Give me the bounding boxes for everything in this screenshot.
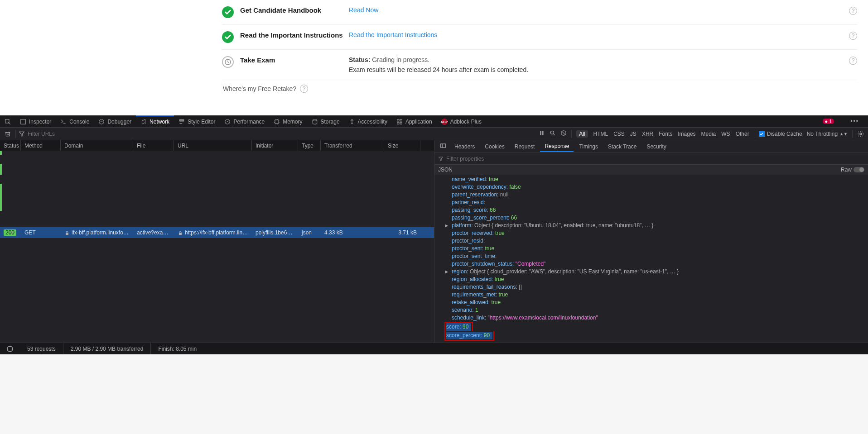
svg-rect-12 <box>400 122 402 124</box>
tab-performance[interactable]: Performance <box>220 115 269 127</box>
tab-network[interactable]: Network <box>136 115 174 127</box>
json-line-score[interactable]: score: 90 <box>445 322 868 331</box>
json-line-passing_score_percent[interactable]: passing_score_percent: 66 <box>445 214 868 222</box>
json-line-requirements_met[interactable]: requirements_met: true <box>445 291 868 299</box>
json-line-proctor_sent_time[interactable]: proctor_sent_time: <box>445 253 868 260</box>
tab-storage[interactable]: Storage <box>307 115 344 127</box>
resp-tab-headers[interactable]: Headers <box>450 142 479 152</box>
json-line-proctor_sent[interactable]: proctor_sent: true <box>445 245 868 253</box>
col-url[interactable]: URL <box>174 140 252 151</box>
tab-adblock-plus[interactable]: ABPAdblock Plus <box>437 115 486 127</box>
json-line-schedule_link[interactable]: schedule_link: "https://www.examslocal.c… <box>445 314 868 322</box>
json-line-proctor_received[interactable]: proctor_received: true <box>445 229 868 237</box>
disable-cache-checkbox[interactable]: Disable Cache <box>759 131 802 137</box>
help-icon[interactable]: ? <box>849 57 857 65</box>
resp-tab-cookies[interactable]: Cookies <box>480 142 509 152</box>
filter-type-all[interactable]: All <box>576 130 588 138</box>
json-line-parent_reservation[interactable]: parent_reservation: null <box>445 191 868 199</box>
resp-tab-timings[interactable]: Timings <box>574 142 603 152</box>
json-line-proctor_shutdown_status[interactable]: proctor_shutdown_status: "Completed" <box>445 260 868 268</box>
read-instructions-link[interactable]: Read the Important Instructions <box>349 31 437 38</box>
resp-tab-security[interactable]: Security <box>642 142 670 152</box>
svg-marker-31 <box>439 157 443 161</box>
pick-element-icon[interactable] <box>0 115 15 127</box>
error-badge[interactable]: ● 1 <box>823 119 834 124</box>
svg-rect-6 <box>275 120 279 124</box>
read-now-link[interactable]: Read Now <box>349 6 378 14</box>
table-header: Status Method Domain File URL Initiator … <box>0 140 434 151</box>
tab-style-editor[interactable]: Style Editor <box>174 115 220 127</box>
filter-type-other[interactable]: Other <box>736 131 749 137</box>
svg-rect-2 <box>21 119 26 124</box>
json-line-retake_allowed[interactable]: retake_allowed: true <box>445 299 868 306</box>
block-icon[interactable] <box>560 130 567 138</box>
tab-console[interactable]: Console <box>56 115 94 127</box>
filter-properties <box>434 153 868 165</box>
checklist-row-instructions: Read the Important Instructions Read the… <box>222 25 857 50</box>
svg-rect-28 <box>179 233 182 235</box>
json-line-proctor_resid[interactable]: proctor_resid: <box>445 237 868 245</box>
tab-inspector[interactable]: Inspector <box>15 115 56 127</box>
row-body: Status: Grading in progress. Exam result… <box>349 56 528 73</box>
throttling-select[interactable]: No Throttling ▲▼ <box>807 131 848 137</box>
help-icon[interactable]: ? <box>849 7 857 15</box>
json-line-name_verified[interactable]: name_verified: true <box>445 176 868 183</box>
json-line-partner_resid[interactable]: partner_resid: <box>445 199 868 206</box>
json-line-scenario[interactable]: scenario: 1 <box>445 306 868 314</box>
filter-type-ws[interactable]: WS <box>721 131 730 137</box>
col-transferred[interactable]: Transferred <box>321 140 384 151</box>
more-icon[interactable]: ••• <box>850 118 859 124</box>
json-tree[interactable]: is_free_retake: falselast_update_time: "… <box>434 175 868 343</box>
filter-properties-input[interactable] <box>446 156 514 162</box>
clear-icon[interactable] <box>0 131 15 137</box>
help-icon[interactable]: ? <box>300 85 308 93</box>
resp-tab-stack-trace[interactable]: Stack Trace <box>603 142 641 152</box>
gear-icon[interactable] <box>857 130 864 138</box>
col-method[interactable]: Method <box>21 140 61 151</box>
raw-toggle[interactable]: Raw <box>841 167 864 173</box>
filter-urls-input[interactable] <box>28 131 109 137</box>
filter-type-xhr[interactable]: XHR <box>642 131 653 137</box>
svg-rect-20 <box>540 131 541 135</box>
filter-type-media[interactable]: Media <box>701 131 716 137</box>
col-file[interactable]: File <box>133 140 174 151</box>
json-line-requirements_fail_reasons[interactable]: requirements_fail_reasons: [] <box>445 283 868 291</box>
json-line-platform[interactable]: ▸platform: Object { description: "Ubuntu… <box>445 222 868 229</box>
json-line-region[interactable]: ▸region: Object { cloud_provider: "AWS",… <box>445 268 868 276</box>
col-initiator[interactable]: Initiator <box>252 140 298 151</box>
resp-tab-request[interactable]: Request <box>510 142 540 152</box>
devtools-filterbar: AllHTMLCSSJSXHRFontsImagesMediaWSOther D… <box>0 128 868 140</box>
json-line-overwrite_dependency[interactable]: overwrite_dependency: false <box>445 183 868 191</box>
col-status[interactable]: Status <box>0 140 21 151</box>
toggle-panel-icon[interactable] <box>437 141 449 152</box>
json-line-score_percent[interactable]: score_percent: 90 <box>445 331 868 341</box>
spinner-icon <box>6 345 14 353</box>
tab-accessibility[interactable]: Accessibility <box>344 115 392 127</box>
json-line-passing_score[interactable]: passing_score: 66 <box>445 206 868 214</box>
resp-tab-response[interactable]: Response <box>540 141 574 152</box>
svg-point-32 <box>7 346 13 352</box>
svg-rect-10 <box>400 119 402 121</box>
tab-memory[interactable]: Memory <box>269 115 307 127</box>
tab-debugger[interactable]: Debugger <box>94 115 136 127</box>
row-title: Get Candidate Handbook <box>240 6 349 14</box>
search-icon[interactable] <box>550 130 556 138</box>
filter-type-html[interactable]: HTML <box>593 131 608 137</box>
col-type[interactable]: Type <box>298 140 321 151</box>
status-requests: 53 requests <box>20 343 63 354</box>
filter-type-css[interactable]: CSS <box>613 131 625 137</box>
help-icon[interactable]: ? <box>849 32 857 40</box>
request-row[interactable]: 200 GET lfx-bff.platform.linuxfoundation… <box>0 227 434 238</box>
json-line-region_allocated[interactable]: region_allocated: true <box>445 276 868 283</box>
pause-icon[interactable] <box>539 130 545 138</box>
col-size[interactable]: Size <box>384 140 420 151</box>
retake-link[interactable]: Where's my Free Retake? ? <box>222 80 857 95</box>
tab-application[interactable]: Application <box>392 115 437 127</box>
filter-type-js[interactable]: JS <box>630 131 637 137</box>
cell-initiator: polyfills.1be6b48866… <box>252 229 298 236</box>
filter-type-images[interactable]: Images <box>678 131 695 137</box>
col-domain[interactable]: Domain <box>61 140 133 151</box>
checklist-card: Get Candidate Handbook Read Now ? Read t… <box>211 0 868 115</box>
funnel-icon[interactable] <box>16 131 28 137</box>
filter-type-fonts[interactable]: Fonts <box>659 131 672 137</box>
